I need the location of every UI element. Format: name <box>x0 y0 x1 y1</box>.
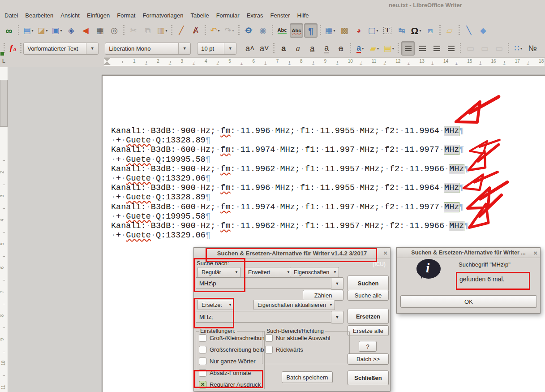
help-button[interactable]: ? <box>359 341 377 352</box>
properties-combo[interactable]: Eigenschaften▼ <box>290 267 339 277</box>
navigator-icon[interactable]: ◉ <box>256 23 270 38</box>
checkbox-regul-rer-ausdruck[interactable]: ✕Regulärer Ausdruck <box>199 381 262 388</box>
close-button[interactable]: Schließen <box>348 370 389 385</box>
count-button[interactable]: Zählen <box>303 290 343 301</box>
insert-field-icon[interactable]: ⧈ <box>424 23 437 38</box>
replace-combo[interactable]: Ersetze:▼ <box>197 300 234 310</box>
unchecked-checkbox-icon[interactable] <box>199 334 206 342</box>
chevron-down-icon[interactable]: ▼ <box>227 303 234 307</box>
align-justify-icon[interactable] <box>444 41 458 56</box>
search-button[interactable]: Suchen <box>348 276 389 291</box>
update-properties-combo[interactable]: Eigenschaften aktualisieren▼ <box>253 300 335 310</box>
close-icon[interactable]: × <box>533 249 537 257</box>
unchecked-checkbox-icon[interactable] <box>199 369 206 377</box>
unchecked-checkbox-icon[interactable] <box>199 358 206 365</box>
menu-format[interactable]: Format <box>113 12 139 19</box>
highlight-color-icon[interactable]: ▰▾ <box>368 41 381 56</box>
chevron-down-icon[interactable]: ▼ <box>178 43 190 54</box>
checkbox-gro-kleinschreibun[interactable]: Groß-/Kleinschreibun <box>199 334 262 342</box>
insert-line-icon[interactable]: ╲ <box>462 23 476 38</box>
print-icon[interactable]: ▦ <box>93 23 107 38</box>
chevron-down-icon[interactable]: ▼ <box>224 43 236 54</box>
menu-ansicht[interactable]: Ansicht <box>57 12 83 19</box>
menu-bearbeiten[interactable]: Bearbeiten <box>21 12 57 19</box>
insert-image-icon[interactable]: ▩ <box>338 23 351 38</box>
chevron-down-icon[interactable]: ▾ <box>419 29 421 33</box>
grow-font-icon[interactable]: a˄ <box>243 41 257 56</box>
formatting-marks-icon[interactable]: ¶ <box>304 23 318 38</box>
align-center-icon[interactable] <box>416 41 429 56</box>
double-underline-icon[interactable]: a <box>320 41 333 56</box>
replace-history-dropdown[interactable]: ▼ <box>331 311 343 323</box>
search-input[interactable]: MHz\p <box>196 277 334 289</box>
regular-combo[interactable]: Regulär▼ <box>197 267 240 277</box>
menu-einf-gen[interactable]: Einfügen <box>83 12 113 19</box>
save-icon[interactable]: ▣▾ <box>50 23 64 38</box>
chevron-down-icon[interactable]: ▾ <box>32 29 34 33</box>
insert-comment-icon[interactable]: ▱ <box>443 23 456 38</box>
checkbox-gro-schreibung-beib[interactable]: Großschreibung beib <box>199 346 262 353</box>
replace-input[interactable]: MHz; <box>196 311 334 323</box>
paste-icon[interactable]: ▥▾ <box>155 23 169 38</box>
chevron-down-icon[interactable]: ▾ <box>166 29 167 33</box>
print-preview-icon[interactable]: ◎ <box>107 23 121 38</box>
styles-sidebar-icon[interactable]: ƒ₀ <box>7 44 18 53</box>
chevron-down-icon[interactable]: ▼ <box>327 303 335 307</box>
text-frame-icon[interactable]: ▢▾ <box>366 23 380 38</box>
paragraph-style-combo[interactable]: Vorformatierter Text ▼ <box>23 43 99 55</box>
find-replace-icon[interactable]: Ø <box>242 23 255 38</box>
chevron-down-icon[interactable]: ▾ <box>232 29 234 33</box>
close-icon[interactable]: × <box>383 249 387 257</box>
auto-spellcheck-icon[interactable]: Abc <box>290 23 303 38</box>
dialog-titlebar[interactable]: Suchen & Ersetzen-Alternative für Writer… <box>397 248 540 258</box>
chevron-down-icon[interactable]: ▼ <box>86 43 98 54</box>
menu-tabelle[interactable]: Tabelle <box>187 12 212 19</box>
checkbox-absatz-formate[interactable]: Absatz-Formate <box>199 369 262 377</box>
chevron-down-icon[interactable]: ▾ <box>392 47 394 51</box>
checkbox-nur-ganze-w-rter[interactable]: Nur ganze Wörter <box>199 358 262 365</box>
unchecked-checkbox-icon[interactable] <box>265 346 273 353</box>
insert-chart-icon[interactable]: ◕ <box>352 23 365 38</box>
chevron-down-icon[interactable]: ▾ <box>377 47 379 51</box>
vertical-ruler[interactable]: 234567891011 <box>0 67 8 392</box>
chevron-down-icon[interactable]: ▾ <box>377 29 378 33</box>
replace-all-button[interactable]: Ersetze alle <box>348 325 389 336</box>
chevron-down-icon[interactable]: ▾ <box>60 29 62 33</box>
horizontal-ruler[interactable]: L 1⊥2⊥3⊥4⊥5⊥6⊥7⊥8⊥9⊥10⊥11⊥12⊥13⊥14⊥15⊥16… <box>0 56 545 67</box>
font-size-combo[interactable]: 10 pt ▼ <box>197 43 236 55</box>
unchecked-checkbox-icon[interactable] <box>199 346 206 353</box>
unchecked-checkbox-icon[interactable] <box>265 334 273 342</box>
toolbar-handle[interactable] <box>20 43 21 54</box>
chevron-down-icon[interactable]: ▾ <box>520 47 522 51</box>
checked-checkbox-icon[interactable]: ✕ <box>199 381 206 388</box>
checkbox-r-ckw-rts[interactable]: Rückwärts <box>265 346 347 353</box>
menu-extras[interactable]: Extras <box>243 12 267 19</box>
batch-button[interactable]: Batch >> <box>348 353 389 365</box>
replace-button[interactable]: Ersetzen <box>348 309 389 324</box>
italic-icon[interactable]: a <box>291 41 305 56</box>
document-text[interactable]: Kanal1:·B3dB:·900·Hz;·fm:·11.996·MHz;·f1… <box>111 126 469 240</box>
batch-save-button[interactable]: Batch speichern <box>282 371 333 383</box>
clone-formatting-icon[interactable]: ╱ <box>175 23 188 38</box>
underline-icon[interactable]: a <box>305 41 319 56</box>
clear-formatting-icon[interactable]: Ⱥ <box>189 23 202 38</box>
search-all-button[interactable]: Suche alle <box>348 290 389 301</box>
checkbox-nur-aktuelle-auswahl[interactable]: Nur aktuelle Auswahl <box>265 334 347 342</box>
insert-table-icon[interactable]: ▦▾ <box>323 23 337 38</box>
save-as-icon[interactable]: ◈ <box>64 23 78 38</box>
menu-datei[interactable]: Datei <box>1 12 21 19</box>
extended-combo[interactable]: Erweitert▼ <box>244 267 292 277</box>
strikethrough-icon[interactable]: a <box>334 41 348 56</box>
indent-marker-icon[interactable] <box>103 58 111 61</box>
search-history-dropdown[interactable]: ▼ <box>331 277 343 290</box>
dialog-titlebar[interactable]: Suchen & Ersetzen-Alternative für Writer… <box>194 248 390 259</box>
align-left-icon[interactable] <box>401 41 415 56</box>
menu-fenster[interactable]: Fenster <box>267 12 294 19</box>
find-icon[interactable]: ∞ <box>2 23 16 38</box>
bold-icon[interactable]: a <box>277 41 290 56</box>
tab-type-selector[interactable]: L <box>2 58 5 64</box>
export-pdf-icon[interactable]: ◀ <box>79 23 92 38</box>
menu-formular[interactable]: Formular <box>213 12 243 19</box>
font-color-icon[interactable]: a▾ <box>353 41 367 56</box>
shrink-font-icon[interactable]: a˅ <box>257 41 271 56</box>
